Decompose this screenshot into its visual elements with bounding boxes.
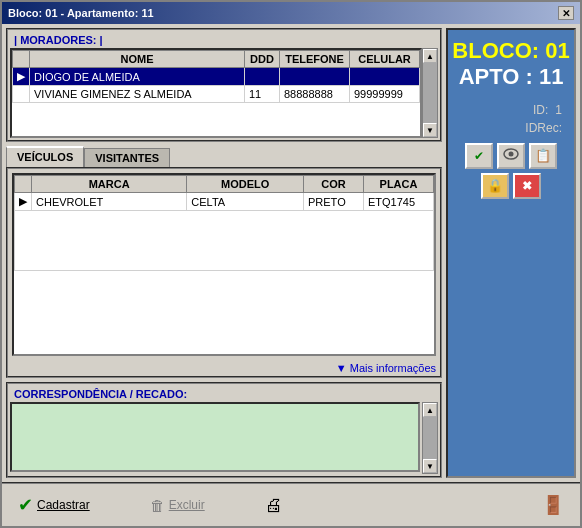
table-row[interactable]: VIVIANE GIMENEZ S ALMEIDA 11 88888888 99… xyxy=(13,86,420,103)
check-icon: ✔ xyxy=(474,149,484,163)
morador-celular: 99999999 xyxy=(350,86,420,103)
tabs-section: VEÍCULOS VISITANTES MARCA MODELO COR xyxy=(6,146,442,378)
main-content: | MORADORES: | NOME DDD TELEFONE xyxy=(2,24,580,482)
excluir-button[interactable]: 🗑 Excluir xyxy=(150,497,205,514)
scroll-up-button[interactable]: ▲ xyxy=(423,49,437,63)
tab-bar: VEÍCULOS VISITANTES xyxy=(6,146,442,167)
cadastrar-label: Cadastrar xyxy=(37,498,90,512)
eye-icon-button[interactable] xyxy=(497,143,525,169)
cadastrar-icon: ✔ xyxy=(18,494,33,516)
corr-scroll-track xyxy=(423,417,437,459)
id-value: 1 xyxy=(555,103,562,117)
col-ddd-header: DDD xyxy=(245,51,280,68)
idrec-label: IDRec: xyxy=(525,121,562,135)
lock-icon: 🔒 xyxy=(487,178,503,193)
vcol-modelo-header: MODELO xyxy=(187,176,304,193)
row-indicator xyxy=(13,86,30,103)
veiculo-placa: ETQ1745 xyxy=(364,193,434,211)
edit-icon-button[interactable]: 📋 xyxy=(529,143,557,169)
vcol-marca-header: MARCA xyxy=(32,176,187,193)
sair-icon: 🚪 xyxy=(542,494,564,516)
morador-ddd: 11 xyxy=(245,86,280,103)
edit-icon: 📋 xyxy=(535,148,551,163)
table-row xyxy=(15,211,434,271)
window-title: Bloco: 01 - Apartamento: 11 xyxy=(8,7,154,19)
morador-nome: DIOGO DE ALMEIDA xyxy=(30,68,245,86)
sair-button[interactable]: 🚪 xyxy=(542,494,564,516)
col-indicator-header xyxy=(13,51,30,68)
idrec-row: IDRec: xyxy=(452,121,570,135)
morador-telefone xyxy=(280,68,350,86)
row-indicator: ▶ xyxy=(13,68,30,86)
title-bar: Bloco: 01 - Apartamento: 11 ✕ xyxy=(2,2,580,24)
right-action-buttons: ✔ 📋 🔒 ✖ xyxy=(452,143,570,199)
imprimir-button[interactable]: 🖨 xyxy=(265,495,283,516)
moradores-table-wrap: NOME DDD TELEFONE CELULAR ▶ xyxy=(10,48,422,138)
check-icon-button[interactable]: ✔ xyxy=(465,143,493,169)
vcol-indicator-header xyxy=(15,176,32,193)
tab-visitantes[interactable]: VISITANTES xyxy=(84,148,170,167)
imprimir-icon: 🖨 xyxy=(265,495,283,516)
corr-scrollbar[interactable]: ▲ ▼ xyxy=(422,402,438,474)
bloco-label: BLOCO: 01 xyxy=(452,38,569,64)
morador-ddd xyxy=(245,68,280,86)
excluir-icon: 🗑 xyxy=(150,497,165,514)
col-telefone-header: TELEFONE xyxy=(280,51,350,68)
id-row: ID: 1 xyxy=(452,103,570,117)
moradores-table: NOME DDD TELEFONE CELULAR ▶ xyxy=(12,50,420,103)
moradores-section: | MORADORES: | NOME DDD TELEFONE xyxy=(6,28,442,142)
tab-content: MARCA MODELO COR PLACA ▶ CHEVROLET xyxy=(6,167,442,378)
veiculo-modelo: CELTA xyxy=(187,193,304,211)
vcol-placa-header: PLACA xyxy=(364,176,434,193)
bottom-bar: ✔ Cadastrar 🗑 Excluir 🖨 🚪 xyxy=(2,482,580,526)
eye-icon xyxy=(503,148,519,163)
left-panel: | MORADORES: | NOME DDD TELEFONE xyxy=(6,28,442,478)
vrow-indicator: ▶ xyxy=(15,193,32,211)
lock-icon-button[interactable]: 🔒 xyxy=(481,173,509,199)
cadastrar-button[interactable]: ✔ Cadastrar xyxy=(18,494,90,516)
corr-scroll-up[interactable]: ▲ xyxy=(423,403,437,417)
correspondencia-title: CORRESPONDÊNCIA / RECADO: xyxy=(10,386,438,402)
morador-telefone: 88888888 xyxy=(280,86,350,103)
col-celular-header: CELULAR xyxy=(350,51,420,68)
tab-veiculos[interactable]: VEÍCULOS xyxy=(6,146,84,167)
svg-point-1 xyxy=(509,152,514,157)
moradores-title: | MORADORES: | xyxy=(10,32,438,48)
scroll-track xyxy=(423,63,437,123)
veiculo-cor: PRETO xyxy=(304,193,364,211)
correspondencia-textarea[interactable] xyxy=(10,402,420,472)
scroll-down-button[interactable]: ▼ xyxy=(423,123,437,137)
table-row[interactable]: ▶ CHEVROLET CELTA PRETO ETQ1745 xyxy=(15,193,434,211)
moradores-table-container: NOME DDD TELEFONE CELULAR ▶ xyxy=(10,48,422,138)
close-red-icon: ✖ xyxy=(522,179,532,193)
vcol-cor-header: COR xyxy=(304,176,364,193)
correspondencia-section: CORRESPONDÊNCIA / RECADO: ▲ ▼ xyxy=(6,382,442,478)
corr-scroll-down[interactable]: ▼ xyxy=(423,459,437,473)
table-row[interactable]: ▶ DIOGO DE ALMEIDA xyxy=(13,68,420,86)
close-red-icon-button[interactable]: ✖ xyxy=(513,173,541,199)
morador-nome: VIVIANE GIMENEZ S ALMEIDA xyxy=(30,86,245,103)
id-label: ID: xyxy=(533,103,548,117)
morador-celular xyxy=(350,68,420,86)
mais-informacoes[interactable]: ▼ Mais informações xyxy=(8,360,440,376)
veiculos-table-container: MARCA MODELO COR PLACA ▶ CHEVROLET xyxy=(12,173,436,356)
moradores-wrapper: NOME DDD TELEFONE CELULAR ▶ xyxy=(10,48,438,138)
veiculos-table: MARCA MODELO COR PLACA ▶ CHEVROLET xyxy=(14,175,434,271)
apto-label: APTO : 11 xyxy=(459,64,564,90)
moradores-scrollbar[interactable]: ▲ ▼ xyxy=(422,48,438,138)
col-nome-header: NOME xyxy=(30,51,245,68)
veiculo-marca: CHEVROLET xyxy=(32,193,187,211)
main-window: Bloco: 01 - Apartamento: 11 ✕ | MORADORE… xyxy=(0,0,582,528)
close-button[interactable]: ✕ xyxy=(558,6,574,20)
excluir-label: Excluir xyxy=(169,498,205,512)
right-panel: BLOCO: 01 APTO : 11 ID: 1 IDRec: ✔ xyxy=(446,28,576,478)
